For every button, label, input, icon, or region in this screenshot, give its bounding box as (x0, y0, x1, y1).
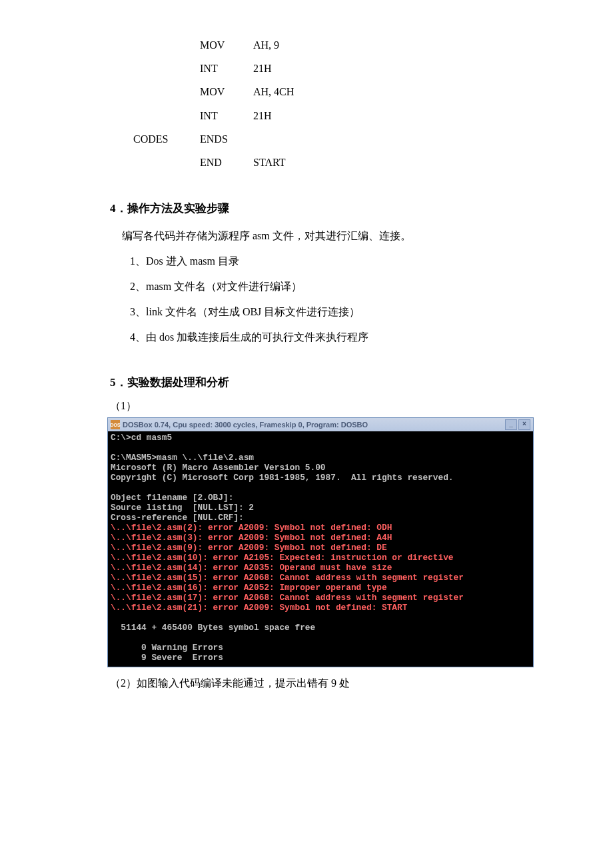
section-5-heading: 5．实验数据处理和分析 (110, 375, 503, 390)
section-4-step: 2、masm 文件名（对文件进行编译） (130, 276, 503, 297)
section-4-step: 1、Dos 进入 masm 目录 (130, 251, 503, 272)
code-line: END START (133, 151, 503, 174)
dosbox-app-icon: DOS (111, 420, 120, 429)
dosbox-title: DOSBox 0.74, Cpu speed: 3000 cycles, Fra… (123, 421, 505, 429)
code-line: MOV AH, 4CH (133, 80, 503, 103)
section-5-sub1-label: （1） (110, 399, 503, 413)
code-arg: 21H (253, 57, 272, 80)
close-button[interactable]: × (518, 419, 530, 430)
document-page: MOV AH, 9 INT 21H MOV AH, 4CH INT 21H CO… (0, 0, 613, 765)
code-label (133, 151, 200, 174)
minimize-button[interactable]: _ (505, 419, 517, 430)
code-op: END (200, 151, 253, 174)
code-op: MOV (200, 80, 253, 103)
code-op: ENDS (200, 127, 253, 151)
dosbox-title-buttons: _ × (505, 419, 530, 430)
dosbox-terminal-body: C:\>cd masm5 C:\MASM5>masm \..\file\2.as… (108, 431, 533, 667)
dosbox-titlebar: DOS DOSBox 0.74, Cpu speed: 3000 cycles,… (108, 418, 533, 431)
assembly-code-block: MOV AH, 9 INT 21H MOV AH, 4CH INT 21H CO… (133, 33, 503, 174)
code-label (133, 80, 200, 103)
code-label (133, 104, 200, 127)
code-op: INT (200, 104, 253, 127)
code-label: CODES (133, 127, 200, 151)
dosbox-window: DOS DOSBox 0.74, Cpu speed: 3000 cycles,… (107, 417, 534, 667)
section-5-sub2-text: （2）如图输入代码编译未能通过，提示出错有 9 处 (110, 673, 503, 694)
section-4-step: 3、link 文件名（对生成 OBJ 目标文件进行连接） (130, 301, 503, 323)
section-4-step: 4、由 dos 加载连接后生成的可执行文件来执行程序 (130, 327, 503, 348)
code-line: INT 21H (133, 57, 503, 80)
code-arg: AH, 4CH (253, 80, 294, 103)
code-op: INT (200, 57, 253, 80)
code-arg: 21H (253, 104, 272, 127)
code-label (133, 57, 200, 80)
code-arg: AH, 9 (253, 33, 279, 57)
code-label (133, 33, 200, 57)
code-line: INT 21H (133, 104, 503, 127)
section-4-heading: 4．操作方法及实验步骤 (110, 201, 503, 216)
code-arg: START (253, 151, 285, 174)
code-op: MOV (200, 33, 253, 57)
section-4-intro: 编写各代码并存储为源程序 asm 文件，对其进行汇编、连接。 (122, 225, 503, 247)
code-line: CODES ENDS (133, 127, 503, 151)
code-line: MOV AH, 9 (133, 33, 503, 57)
